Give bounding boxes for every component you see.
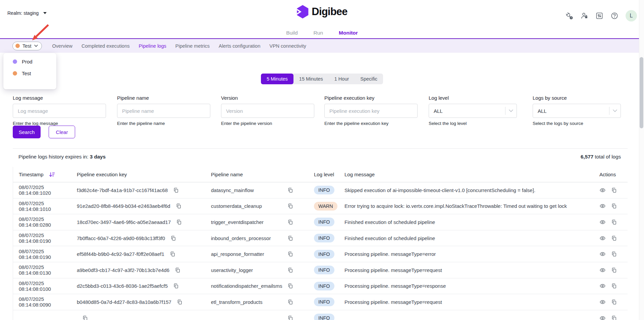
log-level-badge: INFO	[314, 314, 334, 320]
copy-icon[interactable]	[611, 283, 617, 289]
copy-icon[interactable]	[611, 251, 617, 257]
main-tab[interactable]: Run	[314, 30, 323, 36]
clear-button[interactable]: Clear	[49, 126, 75, 138]
realm-label: Realm: staging	[7, 10, 39, 16]
cell-log-message: Skipped execution of ai-impossible-timeo…	[344, 187, 592, 193]
copy-icon[interactable]	[611, 235, 617, 241]
cell-log-level: WARN	[314, 202, 344, 211]
realm-selector[interactable]: Realm: staging	[7, 10, 47, 16]
cell-log-level: INFO	[314, 314, 344, 320]
execution-key-input[interactable]	[324, 104, 418, 118]
cell-pipeline-name: datasync_mainflow	[211, 187, 314, 193]
cell-execution-key: d2c5bbd3-c013-43c6-8036-1ae2f5aefcf5	[77, 283, 211, 289]
execution-key-value: 7b0ffacc-60a7-4226-a9d0-69b3c13ff3f0	[77, 235, 165, 241]
subnav-item[interactable]: Overview	[52, 43, 72, 49]
time-range-option[interactable]: 15 Minutes	[293, 74, 329, 84]
summary-row: Pipeline logs history expires in: 3 days…	[18, 152, 621, 161]
connection-status-icon[interactable]	[565, 12, 573, 20]
cell-timestamp: 08/07/2025 08:14:08:0100	[13, 280, 77, 292]
pipeline-name-value: datasync_mainflow	[211, 187, 254, 193]
copy-icon[interactable]	[170, 251, 175, 257]
copy-icon[interactable]	[82, 315, 88, 320]
brand-logo: Digibee	[297, 5, 347, 18]
log-level-select[interactable]: ALL	[429, 104, 517, 118]
view-log-icon[interactable]	[599, 299, 606, 305]
environment-dot-icon	[15, 44, 20, 48]
copy-icon[interactable]	[611, 187, 617, 193]
filter-label: Version	[221, 95, 314, 101]
copy-icon[interactable]	[287, 267, 293, 273]
log-level-badge: INFO	[314, 266, 334, 274]
search-button[interactable]: Search	[13, 126, 41, 138]
execution-key-value: 91e2ad20-8fb8-4649-b034-e2463aeb4f6d	[77, 203, 170, 209]
logs-by-source-select[interactable]: ALL	[533, 104, 621, 118]
subnav-item[interactable]: Alerts configuration	[219, 43, 260, 49]
panel-switch-icon[interactable]	[595, 12, 603, 20]
view-log-icon[interactable]	[599, 315, 606, 320]
copy-icon[interactable]	[611, 267, 617, 273]
copy-icon[interactable]	[287, 315, 293, 320]
cell-execution-key: a9be0df3-cb17-4c97-a3f2-70b13cb7e4d6	[77, 267, 211, 273]
copy-icon[interactable]	[177, 299, 182, 305]
log-level-badge: INFO	[314, 186, 334, 194]
copy-icon[interactable]	[287, 299, 293, 305]
copy-icon[interactable]	[176, 219, 182, 225]
filter-helper: Select the log level	[429, 121, 517, 126]
time-range-option[interactable]: 5 Minutes	[261, 74, 293, 84]
copy-icon[interactable]	[287, 203, 293, 209]
table-row: 08/07/2025 08:14:08:1020 f3d62c4e-7bdf-4…	[13, 182, 628, 198]
copy-icon[interactable]	[176, 203, 181, 209]
caret-down-icon	[43, 12, 47, 14]
help-icon[interactable]	[610, 12, 619, 20]
view-log-icon[interactable]	[599, 283, 606, 289]
environment-dot-icon	[13, 59, 17, 64]
copy-icon[interactable]	[287, 235, 293, 241]
view-log-icon[interactable]	[599, 235, 606, 241]
copy-icon[interactable]	[173, 283, 179, 289]
subnav-item[interactable]: Completed executions	[82, 43, 129, 49]
copy-icon[interactable]	[611, 299, 617, 305]
cell-actions	[592, 299, 628, 305]
copy-icon[interactable]	[287, 251, 293, 257]
cell-actions	[592, 315, 628, 320]
main-tab[interactable]: Monitor	[339, 30, 358, 36]
subnav-item[interactable]: VPN connectivity	[269, 43, 306, 49]
user-permissions-icon[interactable]	[580, 12, 588, 20]
environment-menu-item[interactable]: Test	[3, 67, 56, 79]
view-log-icon[interactable]	[599, 203, 606, 209]
version-input[interactable]	[221, 104, 314, 118]
copy-icon[interactable]	[287, 219, 293, 225]
time-range-selector: 5 Minutes 15 Minutes 1 Hour Specific	[261, 74, 383, 84]
view-log-icon[interactable]	[599, 267, 606, 273]
view-log-icon[interactable]	[599, 187, 606, 193]
cell-actions	[592, 203, 628, 209]
copy-icon[interactable]	[287, 187, 293, 193]
pipeline-name-input[interactable]	[117, 104, 210, 118]
main-tab[interactable]: Build	[286, 30, 298, 36]
copy-icon[interactable]	[611, 315, 617, 320]
vertical-scrollbar	[639, 0, 644, 320]
time-range-option[interactable]: 1 Hour	[329, 74, 355, 84]
view-log-icon[interactable]	[599, 219, 606, 225]
header-icon-group: L	[565, 10, 637, 21]
subnav-item[interactable]: Pipeline logs	[139, 43, 166, 49]
copy-icon[interactable]	[287, 283, 293, 289]
sort-descending-icon[interactable]	[49, 172, 55, 177]
copy-icon[interactable]	[611, 219, 617, 225]
cell-timestamp: 08/07/2025 08:14:08:0190	[13, 232, 77, 244]
copy-icon[interactable]	[170, 235, 176, 241]
environment-menu-item[interactable]: Prod	[3, 56, 56, 67]
user-avatar[interactable]: L	[626, 10, 637, 21]
time-range-option[interactable]: Specific	[355, 74, 383, 84]
environment-dot-icon	[13, 71, 17, 76]
logs-table: Timestamp Pipeline execution key Pipelin…	[13, 167, 628, 320]
log-message-input[interactable]	[13, 104, 106, 118]
copy-icon[interactable]	[175, 267, 180, 273]
scrollbar-thumb[interactable]	[640, 57, 643, 128]
cell-pipeline-name: trigger_eventdispatcher	[211, 219, 314, 225]
subnav-item[interactable]: Pipeline metrics	[175, 43, 210, 49]
environment-dropdown[interactable]: Test	[12, 42, 42, 50]
copy-icon[interactable]	[173, 187, 179, 193]
view-log-icon[interactable]	[599, 251, 606, 257]
copy-icon[interactable]	[611, 203, 617, 209]
